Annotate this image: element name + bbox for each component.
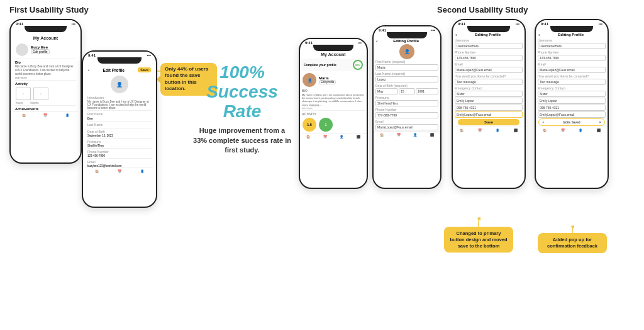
phone4-email-label: Email <box>374 119 440 124</box>
phone3-stat2-val: 1 <box>325 123 326 127</box>
status-time3: 9:41 <box>305 41 313 45</box>
phone6-email-label: Email <box>536 62 608 67</box>
phone6-phone-input[interactable]: 123-456-7890 <box>538 55 606 61</box>
phone4-pronouns-select[interactable]: She/Hers/Hers <box>375 100 438 106</box>
phone6-phone-label: Phone Number <box>536 50 608 55</box>
phone2-dob-label: Date of Birth <box>86 129 153 134</box>
phone4-dob-year[interactable]: 1991 <box>416 88 438 94</box>
phone3-user-row: 👤 Maria Edit profile <box>300 72 367 88</box>
nav6-home[interactable]: 🏠 <box>543 128 547 132</box>
center-success-section: 100%SuccessRate Huge improvement from a … <box>192 63 292 156</box>
phone5-username-input[interactable]: Username/Hers <box>455 43 523 49</box>
nav3-home[interactable]: 🏠 <box>306 135 310 139</box>
phone4-phone-input[interactable]: 777-888-7789 <box>375 112 438 118</box>
nav4-qr[interactable]: ⬛ <box>430 133 434 137</box>
phone6-username-label: Username <box>536 38 608 43</box>
phone3-screen: My Account Complete your profile 80% 👤 M… <box>300 51 367 140</box>
phone4-editing-profile: 9:41 ▪▪▪ ‹ Editing Profile xx 👤 First Na… <box>372 25 441 189</box>
nav-calendar[interactable]: 📅 <box>43 113 47 117</box>
nav3-account[interactable]: 👤 <box>340 135 343 139</box>
phone2-back-btn[interactable]: ‹ <box>88 68 89 72</box>
nav5-home[interactable]: 🏠 <box>460 128 464 132</box>
nav2-calendar[interactable]: 📅 <box>118 169 121 173</box>
nav2-account[interactable]: 👤 <box>140 169 144 173</box>
phone5-email-input[interactable]: MariaLopez@Faux.email <box>455 67 523 73</box>
phone5-phone-input[interactable]: 123-456-7890 <box>455 55 523 61</box>
nav6-account[interactable]: 👤 <box>579 128 582 132</box>
signal-icons2: ▪▪▪ <box>147 54 151 57</box>
phone6-title: Editing Profile <box>558 33 584 37</box>
phone2-status-bar: 9:41 ▪▪▪ <box>83 52 156 57</box>
phone6-emily-phone[interactable]: 098-765-4321 <box>538 105 606 111</box>
phone2-title: Edit Profile <box>103 68 125 72</box>
phone1-title: My Account <box>13 35 78 42</box>
phone6-username-input[interactable]: Username/Hers <box>538 43 606 49</box>
status-time5: 9:41 <box>458 22 465 26</box>
phone4-email-input[interactable]: MariaLopez@Faux.email <box>375 124 438 130</box>
phone2-email-label: Email <box>86 159 153 164</box>
nav4-account[interactable]: 👤 <box>413 133 417 137</box>
nav5-calendar[interactable]: 📅 <box>478 128 482 132</box>
phone1-bio-label: Bio <box>13 60 78 65</box>
phone2-firstname-label: First Name <box>86 111 153 117</box>
phone4-dob-month[interactable]: May <box>375 88 398 94</box>
phone6-contact-select[interactable]: Text message <box>538 79 606 85</box>
phone6-back[interactable]: ‹ <box>538 33 540 37</box>
phone1-hours-text: hours <box>16 101 23 105</box>
phone6-emily-email[interactable]: EmilyLopez@Faux.email <box>538 111 606 118</box>
phone5-emergency-select[interactable]: Sister <box>455 91 523 97</box>
nav4-calendar[interactable]: 📅 <box>397 133 401 137</box>
phone6-header: ‹ Editing Profile xx <box>536 32 608 38</box>
phone5-back[interactable]: ‹ <box>455 33 457 37</box>
phone3-see-more[interactable]: see more <box>300 106 367 110</box>
phone5-contact-select[interactable]: Text message <box>455 79 523 85</box>
nav-home[interactable]: 🏠 <box>22 113 26 117</box>
phone4-dob-day[interactable]: 15 <box>399 88 415 94</box>
phone3-title: My Account <box>300 51 367 58</box>
signal-icons3: ▪▪▪ <box>358 41 362 45</box>
phone5-username-label: Username <box>453 38 525 43</box>
phone5-emily-phone[interactable]: 098-765-4321 <box>455 105 523 111</box>
phone1-see-more[interactable]: see more <box>13 76 78 79</box>
nav5-account[interactable]: 👤 <box>496 128 499 132</box>
signal-icons5: ▪▪▪ <box>516 22 519 26</box>
nav2-home[interactable]: 🏠 <box>95 169 99 173</box>
phone1-edit-profile-btn[interactable]: Edit profile <box>31 49 50 54</box>
phone2-save-btn[interactable]: Save <box>138 67 151 72</box>
phone6-emily-name[interactable]: Emily Lopez <box>538 98 606 104</box>
phone2-header-row: ‹ Edit Profile Save <box>86 66 153 74</box>
phone6-email-input[interactable]: MariaLopez@Faux.email <box>538 67 606 73</box>
phone1-screen: My Account Buzy Bee Edit profile Bio My … <box>11 32 80 121</box>
nav3-calendar[interactable]: 📅 <box>323 135 327 139</box>
phone6-notch <box>550 26 593 32</box>
status-time4: 9:41 <box>379 28 386 32</box>
phone4-back[interactable]: ‹ <box>376 39 377 43</box>
phone5-emily-name[interactable]: Emily Lopez <box>455 98 523 104</box>
phone6-toast-close[interactable]: × <box>599 120 601 124</box>
phone4-avatar-area: 👤 <box>374 44 440 59</box>
signal-icons6: ▪▪▪ <box>599 22 602 26</box>
phone5-screen: ‹ Editing Profile xx Username Username/H… <box>453 32 525 134</box>
phone2-phone-val: 123-456-7890 <box>86 154 153 157</box>
phone4-lastname-input[interactable]: Lopez <box>375 76 438 82</box>
phone3-stats-row: 1.5 1 <box>300 117 367 133</box>
phone5-save-btn[interactable]: Save <box>458 119 519 125</box>
phone6-emergency-select[interactable]: Sister <box>538 91 606 97</box>
phone1-bottom-nav: 🏠 📅 👤 <box>13 111 78 118</box>
phone4-firstname-input[interactable]: Maria <box>375 64 438 71</box>
nav-account[interactable]: 👤 <box>65 113 69 117</box>
nav5-qr[interactable]: ⬛ <box>514 128 518 132</box>
success-rate-text: 100%SuccessRate <box>192 63 292 121</box>
phone4-dob-row: May 15 1991 <box>374 88 440 95</box>
nav3-qr[interactable]: ⬛ <box>357 135 360 139</box>
nav4-home[interactable]: 🏠 <box>380 133 384 137</box>
phone6-toast-text: Edits Saved <box>564 120 580 124</box>
nav6-calendar[interactable]: 📅 <box>561 128 565 132</box>
phone5-emily-email[interactable]: EmilyLopez@Faux.email <box>455 111 523 118</box>
nav6-qr[interactable]: ⬛ <box>597 128 601 132</box>
phone2-lastname-label: Last Name <box>86 122 153 127</box>
phone2-firstname-val: Bee <box>86 117 153 120</box>
phone5-contact-label: How would you like to be contacted? <box>453 74 525 79</box>
phone3-edit-profile-btn[interactable]: Edit profile <box>319 80 336 84</box>
status-time2: 9:41 <box>88 54 96 57</box>
